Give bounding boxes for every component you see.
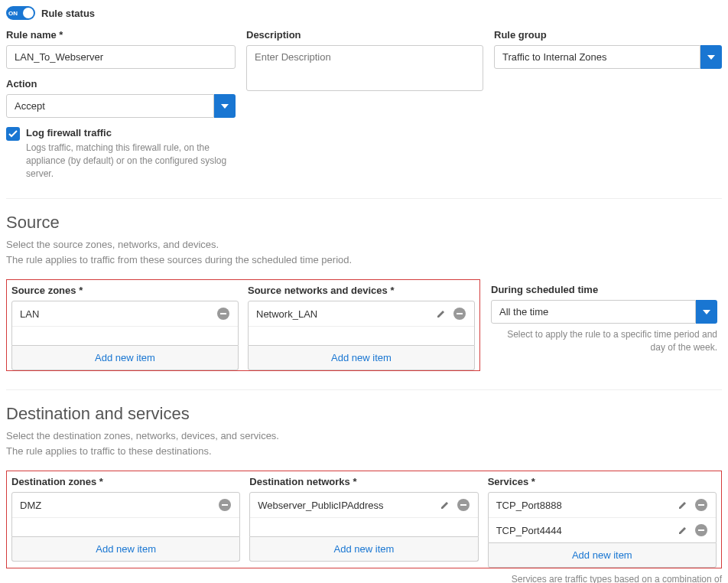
log-traffic-checkbox[interactable] (6, 127, 20, 141)
svg-rect-11 (698, 529, 704, 531)
action-dropdown-button[interactable] (214, 94, 236, 118)
rule-group-select[interactable]: Traffic to Internal Zones (494, 45, 700, 69)
svg-rect-3 (457, 313, 463, 314)
schedule-dropdown-button[interactable] (696, 300, 717, 324)
schedule-select[interactable]: All the time (491, 300, 696, 324)
edit-icon[interactable] (676, 498, 690, 512)
source-desc-1: Select the source zones, networks, and d… (6, 237, 722, 252)
remove-icon[interactable] (218, 498, 232, 512)
list-item: Webserver_PublicIPAddress (250, 493, 477, 518)
svg-rect-5 (222, 504, 228, 506)
add-dest-zone-button[interactable]: Add new item (11, 537, 240, 562)
action-label: Action (6, 78, 236, 90)
log-traffic-help: Logs traffic, matching this firewall rul… (26, 142, 232, 180)
list-item: TCP_Port4444 (489, 518, 716, 542)
list-item: DMZ (12, 493, 239, 518)
add-source-network-button[interactable]: Add new item (248, 346, 475, 370)
add-service-button[interactable]: Add new item (488, 543, 717, 568)
add-source-zone-button[interactable]: Add new item (11, 346, 239, 370)
dest-title: Destination and services (6, 404, 722, 424)
rule-group-label: Rule group (494, 29, 722, 41)
rule-status-toggle[interactable]: ON (6, 6, 35, 20)
services-label: Services (488, 476, 717, 487)
list-item: TCP_Port8888 (489, 493, 716, 518)
edit-icon[interactable] (434, 307, 448, 321)
dest-networks-label: Destination networks (249, 476, 478, 487)
add-dest-network-button[interactable]: Add new item (249, 537, 478, 562)
rule-group-dropdown-button[interactable] (700, 45, 722, 69)
chevron-down-icon (707, 55, 715, 60)
edit-icon[interactable] (438, 498, 452, 512)
service-item: TCP_Port4444 (496, 525, 562, 536)
service-item: TCP_Port8888 (496, 500, 562, 511)
description-label: Description (246, 29, 483, 41)
remove-icon[interactable] (216, 307, 230, 321)
svg-rect-9 (698, 504, 704, 506)
source-zone-item: LAN (20, 308, 39, 320)
log-traffic-label: Log firewall traffic (26, 127, 232, 138)
remove-icon[interactable] (694, 498, 708, 512)
dest-desc-1: Select the destination zones, networks, … (6, 428, 722, 444)
remove-icon[interactable] (453, 307, 466, 321)
svg-rect-1 (220, 313, 226, 314)
toggle-text: ON (8, 10, 18, 17)
check-icon (8, 130, 18, 138)
list-item: Network_LAN (249, 301, 474, 327)
chevron-down-icon (703, 310, 710, 314)
edit-icon[interactable] (676, 523, 690, 537)
source-desc-2: The rule applies to traffic from these s… (6, 252, 722, 268)
remove-icon[interactable] (457, 498, 470, 512)
dest-zones-label: Destination zones (11, 476, 240, 487)
rule-status-label: Rule status (41, 8, 95, 19)
list-item: LAN (12, 301, 238, 327)
schedule-label: During scheduled time (491, 284, 717, 295)
services-help: Services are traffic types based on a co… (483, 573, 722, 583)
source-networks-label: Source networks and devices (248, 285, 475, 296)
dest-network-item: Webserver_PublicIPAddress (258, 500, 383, 511)
schedule-help: Select to apply the rule to a specific t… (491, 328, 717, 354)
remove-icon[interactable] (694, 523, 708, 537)
description-input[interactable] (246, 45, 483, 91)
svg-rect-7 (460, 504, 466, 506)
source-zones-label: Source zones (11, 285, 239, 296)
dest-zone-item: DMZ (20, 500, 41, 511)
action-select[interactable]: Accept (6, 94, 214, 118)
dest-desc-2: The rule applies to traffic to these des… (6, 444, 722, 459)
source-title: Source (6, 213, 722, 233)
rule-name-label: Rule name (6, 29, 236, 41)
chevron-down-icon (221, 104, 229, 109)
source-network-item: Network_LAN (256, 308, 317, 320)
rule-name-input[interactable] (6, 45, 236, 69)
